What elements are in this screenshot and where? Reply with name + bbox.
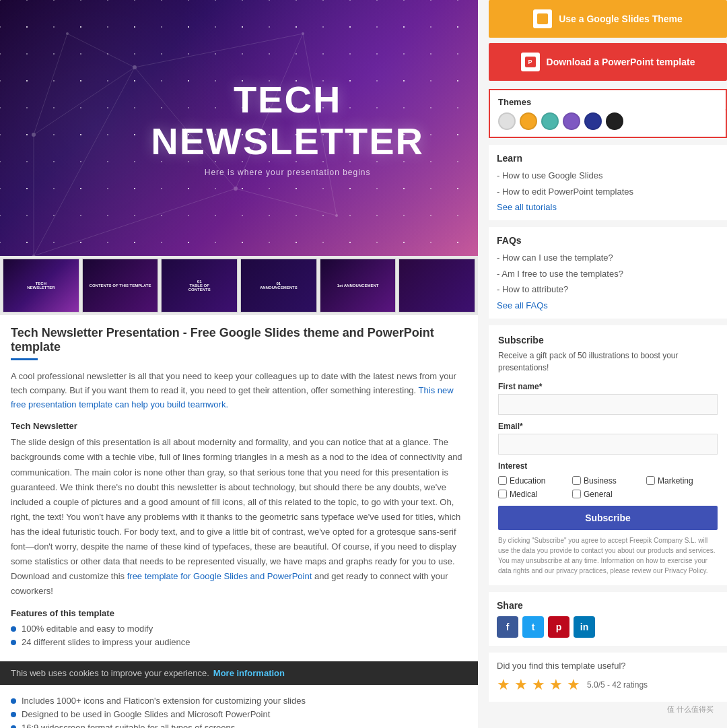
star-3[interactable]: ★ <box>532 676 545 694</box>
medical-checkbox[interactable] <box>498 490 507 498</box>
cookie-link[interactable]: More information <box>213 668 285 678</box>
star-2[interactable]: ★ <box>514 676 528 694</box>
checkbox-general[interactable]: General <box>572 490 644 499</box>
first-name-input[interactable] <box>498 394 718 415</box>
subscribe-section: Subscribe Receive a gift pack of 50 illu… <box>489 325 727 585</box>
thumb-1[interactable]: TECHNEWSLETTER <box>3 259 79 312</box>
education-label: Education <box>510 476 545 486</box>
medical-label: Medical <box>510 490 537 499</box>
star-4[interactable]: ★ <box>549 676 563 694</box>
faq-link-2[interactable]: Am I free to use the templates? <box>497 267 719 281</box>
stars-row: ★ ★ ★ ★ ★ 5.0/5 - 42 ratings <box>497 676 719 694</box>
learn-section: Learn How to use Google Slides How to ed… <box>489 145 727 220</box>
star-5[interactable]: ★ <box>567 676 580 694</box>
checkbox-business[interactable]: Business <box>572 476 644 486</box>
business-checkbox[interactable] <box>572 476 581 485</box>
svg-point-13 <box>32 255 35 256</box>
thumb-4-text: 01ANNOUNCEMENTS <box>260 282 298 290</box>
powerpoint-icon: P <box>521 53 540 71</box>
theme-circles <box>498 112 718 130</box>
faqs-section: FAQs How can I use the template? Am I fr… <box>489 227 727 319</box>
intro-text: A cool professional newsletter is all th… <box>11 370 467 411</box>
feature-item-5: Includes 1000+ icons and Flaticon's exte… <box>11 696 467 706</box>
thumb-2[interactable]: CONTENTS OF THIS TEMPLATE <box>82 259 159 312</box>
feature-bullet-6 <box>11 712 16 717</box>
feature-item-1: 100% editable and easy to modify <box>11 624 467 634</box>
theme-circle-darkblue[interactable] <box>584 112 602 130</box>
powerpoint-button[interactable]: P Download a PowerPoint template <box>489 43 727 81</box>
faq-link-1[interactable]: How can I use the template? <box>497 251 719 265</box>
hero-title-line2: NEWSLETTER <box>151 121 424 162</box>
email-input[interactable] <box>498 434 718 455</box>
thumb-6[interactable] <box>399 259 475 312</box>
theme-circle-black[interactable] <box>606 112 623 130</box>
learn-title: Learn <box>497 153 719 164</box>
checkbox-medical[interactable]: Medical <box>498 490 569 499</box>
feature-item-2: 24 different slides to impress your audi… <box>11 637 467 647</box>
svg-line-2 <box>34 189 236 256</box>
themes-section: Themes <box>489 89 727 138</box>
feature-text-7: 16:9 widescreen format suitable for all … <box>22 723 235 728</box>
general-checkbox[interactable] <box>572 490 581 498</box>
theme-circle-purple[interactable] <box>563 112 580 130</box>
thumb-1-text: TECHNEWSLETTER <box>27 282 55 290</box>
hero-text-block: TECH NEWSLETTER Here is where your prese… <box>151 79 424 176</box>
marketing-checkbox[interactable] <box>646 476 655 485</box>
body-link[interactable]: free template for Google Slides and Powe… <box>127 571 312 581</box>
powerpoint-icon-inner: P <box>525 57 536 67</box>
learn-link-google-slides[interactable]: How to use Google Slides <box>497 169 719 183</box>
share-pinterest-button[interactable]: p <box>548 616 569 638</box>
checkbox-education[interactable]: Education <box>498 476 569 486</box>
theme-circle-orange[interactable] <box>520 112 537 130</box>
share-title: Share <box>497 600 719 611</box>
powerpoint-label: Download a PowerPoint template <box>547 57 695 67</box>
svg-point-14 <box>234 187 238 191</box>
share-twitter-button[interactable]: t <box>522 616 544 638</box>
intro-link[interactable]: This new free presentation template can … <box>11 385 454 409</box>
theme-circle-gray[interactable] <box>498 112 516 130</box>
svg-point-16 <box>66 32 69 35</box>
slide-thumbnails: TECHNEWSLETTER CONTENTS OF THIS TEMPLATE… <box>0 256 478 315</box>
faqs-see-all[interactable]: See all FAQs <box>497 300 719 310</box>
cookie-text: This web uses cookies to improve your ex… <box>11 668 209 678</box>
feature-bullet-1 <box>11 626 16 632</box>
rating-score: 5.0/5 - 42 ratings <box>587 680 648 690</box>
svg-line-7 <box>67 34 135 67</box>
learn-link-edit-ppt[interactable]: How to edit PowerPoint templates <box>497 185 719 199</box>
faq-link-3[interactable]: How to attribute? <box>497 283 719 296</box>
thumb-3[interactable]: 01TABLE OFCONTENTS <box>161 259 238 312</box>
business-label: Business <box>584 476 617 486</box>
first-name-label: First name* <box>498 382 718 391</box>
star-1[interactable]: ★ <box>497 676 510 694</box>
checkbox-marketing[interactable]: Marketing <box>646 476 718 486</box>
faqs-title: FAQs <box>497 235 719 246</box>
feature-bullet-2 <box>11 640 16 645</box>
tech-newsletter-heading: Tech Newsletter <box>11 421 467 431</box>
svg-line-5 <box>34 67 135 135</box>
thumb-2-text: CONTENTS OF THIS TEMPLATE <box>90 284 151 288</box>
share-section: Share f t p in <box>489 592 727 646</box>
themes-label: Themes <box>498 97 718 107</box>
education-checkbox[interactable] <box>498 476 507 485</box>
theme-circle-teal[interactable] <box>541 112 559 130</box>
feature-text-5: Includes 1000+ icons and Flaticon's exte… <box>22 696 306 706</box>
google-slides-button[interactable]: Use a Google Slides Theme <box>489 0 727 38</box>
body-text: The slide design of this presentation is… <box>11 435 467 599</box>
general-label: General <box>584 490 613 499</box>
thumb-4[interactable]: 01ANNOUNCEMENTS <box>240 259 317 312</box>
interest-label: Interest <box>498 461 718 471</box>
share-facebook-button[interactable]: f <box>497 616 518 638</box>
subscribe-button[interactable]: Subscribe <box>498 506 718 530</box>
svg-line-8 <box>34 34 67 135</box>
svg-line-3 <box>135 34 303 67</box>
google-slides-icon <box>533 9 552 28</box>
title-underline <box>11 358 38 360</box>
thumb-3-text: 01TABLE OFCONTENTS <box>188 279 211 292</box>
feature-text-2: 24 different slides to impress your audi… <box>22 637 191 647</box>
share-linkedin-button[interactable]: in <box>574 616 595 638</box>
thumb-5-text: 1st ANNOUNCEMENT <box>337 284 379 288</box>
learn-see-all[interactable]: See all tutorials <box>497 202 719 212</box>
thumb-5[interactable]: 1st ANNOUNCEMENT <box>320 259 396 312</box>
description-wrapper: Tech Newsletter Presentation - Free Goog… <box>0 315 478 661</box>
svg-line-9 <box>236 189 337 216</box>
